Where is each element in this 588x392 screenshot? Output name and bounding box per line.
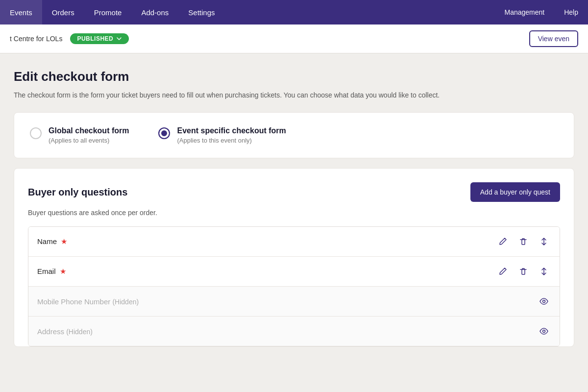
buyer-note: Buyer questions are asked once per order… <box>28 209 560 217</box>
move-email-icon[interactable] <box>537 265 551 278</box>
edit-name-icon[interactable] <box>496 235 510 248</box>
chevron-down-icon <box>116 36 122 42</box>
svg-point-0 <box>543 300 545 303</box>
add-buyer-question-button[interactable]: Add a buyer only quest <box>470 182 560 202</box>
question-row-phone: Mobile Phone Number (Hidden) <box>28 287 560 317</box>
question-row-email: Email ★ <box>28 257 560 287</box>
form-type-card: Global checkout form (Applies to all eve… <box>14 112 574 158</box>
svg-point-1 <box>543 330 545 333</box>
subheader: t Centre for LOLs PUBLISHED View even <box>0 24 588 53</box>
question-label-name: Name ★ <box>37 237 496 246</box>
event-form-sublabel: (Applies to this event only) <box>177 137 286 144</box>
global-form-sublabel: (Applies to all events) <box>49 137 129 144</box>
question-label-address: Address (Hidden) <box>37 327 537 336</box>
view-event-button[interactable]: View even <box>529 30 578 47</box>
event-form-radio[interactable] <box>158 127 170 139</box>
visibility-address-icon[interactable] <box>537 324 551 338</box>
event-form-label: Event specific checkout form <box>177 126 286 135</box>
question-actions-phone <box>537 294 551 308</box>
nav-promote[interactable]: Promote <box>84 0 132 24</box>
visibility-phone-icon[interactable] <box>537 294 551 308</box>
global-form-label: Global checkout form <box>49 126 129 135</box>
page-title: Edit checkout form <box>14 69 574 84</box>
buyer-questions-card: Buyer only questions Add a buyer only qu… <box>14 168 574 347</box>
event-specific-form-option[interactable]: Event specific checkout form (Applies to… <box>158 126 286 144</box>
required-star-email: ★ <box>60 267 66 275</box>
nav-addons[interactable]: Add-ons <box>131 0 178 24</box>
question-actions-address <box>537 324 551 338</box>
hidden-tag-phone: (Hidden) <box>112 298 139 306</box>
nav-help[interactable]: Help <box>554 0 588 24</box>
nav-events[interactable]: Events <box>0 0 42 24</box>
question-row-name: Name ★ <box>28 227 560 257</box>
nav-management[interactable]: Management <box>494 0 554 24</box>
global-form-option[interactable]: Global checkout form (Applies to all eve… <box>30 126 129 144</box>
published-badge[interactable]: PUBLISHED <box>70 33 129 44</box>
question-actions-name <box>496 235 551 248</box>
question-label-email: Email ★ <box>37 267 496 276</box>
buyer-card-header: Buyer only questions Add a buyer only qu… <box>28 182 560 202</box>
delete-name-icon[interactable] <box>516 235 530 248</box>
buyer-section-title: Buyer only questions <box>28 187 127 198</box>
nav-orders[interactable]: Orders <box>42 0 84 24</box>
questions-list: Name ★ <box>28 226 560 346</box>
question-label-phone: Mobile Phone Number (Hidden) <box>37 297 537 306</box>
delete-email-icon[interactable] <box>516 265 530 278</box>
question-actions-email <box>496 265 551 278</box>
global-form-radio[interactable] <box>30 127 42 139</box>
event-title: t Centre for LOLs <box>10 35 62 43</box>
question-row-address: Address (Hidden) <box>28 317 560 346</box>
required-star-name: ★ <box>61 237 67 245</box>
page-description: The checkout form is the form your ticke… <box>14 90 574 100</box>
main-content: Edit checkout form The checkout form is … <box>0 53 588 363</box>
hidden-tag-address: (Hidden) <box>66 328 93 336</box>
move-name-icon[interactable] <box>537 235 551 248</box>
edit-email-icon[interactable] <box>496 265 510 278</box>
main-nav: Events Orders Promote Add-ons Settings M… <box>0 0 588 24</box>
nav-settings[interactable]: Settings <box>178 0 224 24</box>
